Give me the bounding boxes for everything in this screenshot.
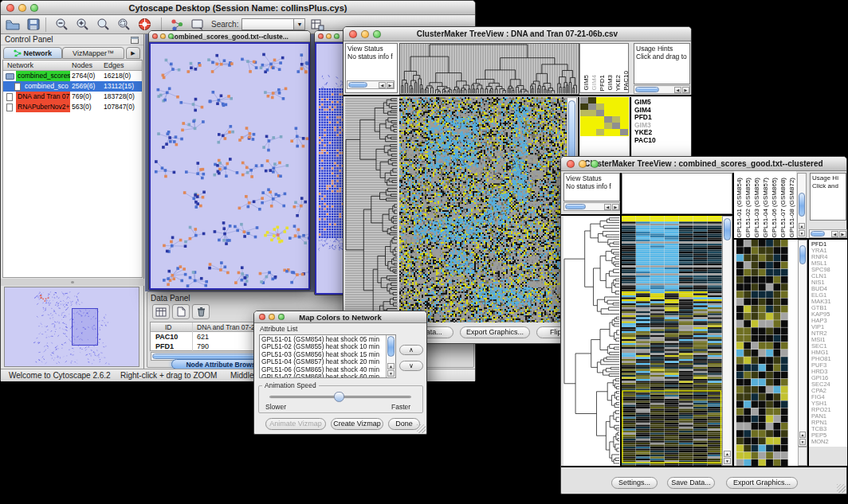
gene-label[interactable]: MON2 [811, 439, 847, 445]
delete-attribute-trash-icon[interactable] [192, 304, 210, 319]
row-dendrogram-canvas[interactable] [345, 97, 398, 322]
mini-heatmap-matrix[interactable] [580, 97, 629, 136]
scroll-up-icon[interactable]: ▲ [387, 363, 395, 369]
zoom-button[interactable] [278, 314, 285, 320]
scrollbar-thumb[interactable] [635, 87, 659, 92]
network-table-header[interactable]: Network Nodes Edges [3, 61, 142, 71]
move-down-button[interactable]: ∨ [399, 361, 423, 371]
close-button[interactable] [152, 33, 158, 39]
heatmap-canvas[interactable] [399, 97, 567, 322]
scrollbar-thumb[interactable] [348, 82, 367, 88]
scroll-down-icon[interactable]: ▼ [799, 230, 805, 236]
panel-splitter[interactable] [1, 279, 144, 286]
attribute-select-icon[interactable] [152, 304, 170, 319]
slider-thumb[interactable] [334, 392, 344, 402]
heatmap-canvas[interactable] [622, 216, 722, 466]
column-labels-vscrollbar[interactable]: ▲ ▼ [797, 173, 807, 238]
scrollbar-thumb[interactable] [799, 245, 806, 264]
view-status-hscrollbar[interactable]: ◀ ▶ [563, 202, 620, 211]
scroll-up-icon[interactable]: ▲ [799, 223, 805, 229]
scroll-up-icon[interactable]: ▲ [799, 432, 806, 438]
scroll-right-icon[interactable]: ▶ [387, 82, 394, 88]
network-list-row[interactable]: combined_sco2569(6)13112(15) [3, 81, 142, 92]
export-graphics-button[interactable]: Export Graphics... [460, 326, 530, 338]
scrollbar-thumb[interactable] [724, 218, 731, 240]
close-button[interactable] [6, 4, 14, 12]
zoom-in-icon[interactable] [73, 17, 91, 33]
animate-vizmap-button[interactable]: Animate Vizmap [265, 418, 326, 430]
scroll-down-icon[interactable]: ▼ [799, 439, 806, 445]
minimize-button[interactable] [269, 314, 275, 320]
tab-network[interactable]: Network [3, 47, 62, 59]
network-canvas[interactable] [151, 44, 310, 290]
scrollbar-thumb[interactable] [799, 193, 805, 217]
titlebar-treeview1[interactable]: ClusterMaker TreeView : DNA and Tran 07-… [344, 27, 691, 41]
network-list-row[interactable]: combined_scores2764(0)16218(0) [3, 71, 142, 81]
titlebar-map-colors[interactable]: Map Colors to Network [254, 311, 426, 323]
scrollbar-thumb[interactable] [811, 231, 825, 236]
minimize-button[interactable] [326, 33, 332, 39]
close-button[interactable] [318, 33, 324, 39]
scroll-left-icon[interactable]: ◀ [831, 231, 838, 237]
network-overview-canvas[interactable] [5, 287, 139, 366]
network-overview-panel[interactable] [4, 287, 139, 367]
save-data-button[interactable]: Save Data... [667, 477, 715, 489]
attribute-list-vscrollbar[interactable]: ▲ ▼ [386, 335, 395, 377]
zoom-button[interactable] [373, 30, 381, 38]
scroll-right-icon[interactable]: ▶ [682, 87, 689, 93]
network-list-row[interactable]: DNA and Tran 07769(0)183728(0) [3, 92, 142, 102]
heatmap-vscrollbar[interactable]: ▲ ▼ [722, 216, 732, 466]
titlebar-network-view[interactable]: combined_scores_good.txt--cluste... [149, 31, 310, 42]
row-dendrogram-canvas[interactable] [563, 216, 620, 466]
close-button[interactable] [259, 314, 265, 320]
zoom-button[interactable] [591, 160, 599, 168]
open-folder-icon[interactable] [4, 17, 22, 33]
tab-vizmapper[interactable]: VizMapper™ [62, 47, 124, 59]
scroll-left-icon[interactable]: ◀ [674, 87, 681, 93]
scrollbar-thumb[interactable] [565, 204, 586, 209]
minimize-button[interactable] [160, 33, 166, 39]
zoom-out-icon[interactable] [53, 17, 70, 33]
new-attribute-icon[interactable] [172, 304, 190, 319]
settings-button[interactable]: Settings... [611, 477, 658, 489]
zoom-button[interactable] [168, 33, 174, 39]
minimize-button[interactable] [18, 4, 26, 12]
gene-list-vscrollbar[interactable]: ▲ ▼ [798, 240, 807, 447]
view-status-hscrollbar[interactable]: ◀ ▶ [347, 80, 395, 89]
gene-labels-list[interactable]: PFD1YRA1RNR4MSL1SPC98CLN1NIS1BUD4ELG1MAK… [809, 240, 847, 447]
minimize-button[interactable] [579, 160, 587, 168]
minimize-button[interactable] [361, 30, 369, 38]
gene-label[interactable]: PAC10 [634, 137, 691, 145]
zoom-button[interactable] [30, 4, 38, 12]
scroll-up-icon[interactable]: ▲ [724, 451, 731, 457]
network-list-row[interactable]: RNAPuberNov2+563(0)107847(0) [3, 102, 142, 112]
scroll-right-icon[interactable]: ▶ [839, 231, 846, 237]
export-graphics-button[interactable]: Export Graphics... [726, 477, 798, 489]
zoomed-heatmap-canvas[interactable] [736, 240, 788, 466]
close-button[interactable] [349, 30, 357, 38]
detach-panel-icon[interactable] [131, 37, 139, 44]
attribute-item[interactable]: GPL51-07 (GSM868) heat shock 60 min [261, 373, 395, 378]
close-button[interactable] [567, 160, 575, 168]
titlebar-main[interactable]: Cytoscape Desktop (Session Name: collins… [1, 1, 475, 15]
save-icon[interactable] [25, 17, 42, 33]
attribute-list[interactable]: GPL51-01 (GSM854) heat shock 05 minGPL51… [259, 334, 396, 378]
gene-list-hscrollbar[interactable]: ◀ ▶ [809, 229, 847, 238]
search-dropdown-arrow-icon[interactable]: ▼ [294, 18, 305, 30]
scroll-right-icon[interactable]: ▶ [612, 204, 619, 210]
tab-overflow-arrow[interactable]: ▶ [126, 47, 140, 59]
zoom-fit-icon[interactable] [94, 17, 112, 33]
scroll-left-icon[interactable]: ◀ [379, 82, 386, 88]
zoom-selected-icon[interactable] [115, 17, 132, 33]
scroll-down-icon[interactable]: ▼ [724, 458, 731, 464]
scrollbar-thumb[interactable] [387, 336, 395, 357]
search-input[interactable] [241, 18, 294, 30]
scroll-left-icon[interactable]: ◀ [604, 204, 611, 210]
create-vizmap-button[interactable]: Create Vizmap [331, 418, 383, 430]
resize-grip[interactable] [837, 484, 846, 493]
usage-hints-hscrollbar[interactable]: ◀ ▶ [634, 85, 690, 94]
done-button[interactable]: Done [388, 418, 420, 430]
column-dendrogram-canvas[interactable] [399, 43, 579, 95]
move-up-button[interactable]: ∧ [399, 345, 423, 355]
zoom-button[interactable] [334, 33, 340, 39]
